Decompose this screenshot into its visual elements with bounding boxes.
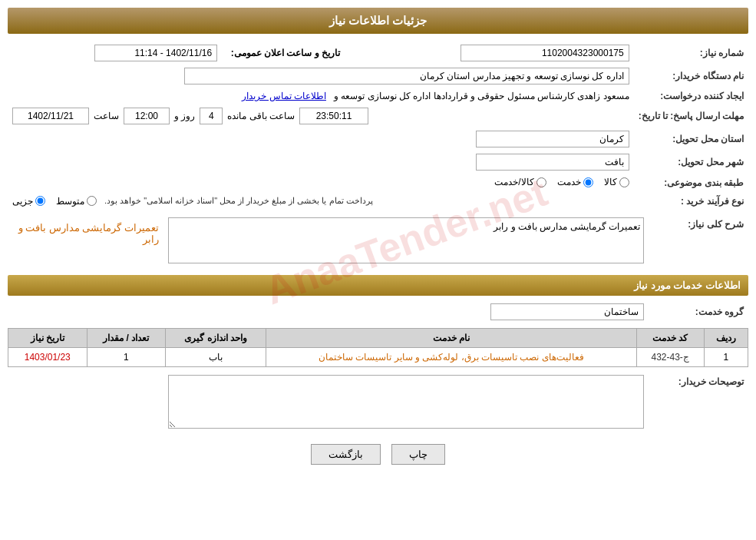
category-khedmat-option[interactable]: خدمت [557, 177, 593, 187]
footer-buttons: چاپ بازگشت [8, 444, 748, 465]
services-table-wrapper: ردیف کد خدمت نام خدمت واحد اندازه گیری ت… [8, 328, 748, 367]
category-kala-option[interactable]: کالا [604, 177, 629, 187]
category-kala-khedmat-radio[interactable] [536, 177, 546, 187]
contact-link[interactable]: اطلاعات تماس خریدار [242, 91, 326, 101]
city-row: شهر محل تحویل: بافت [8, 151, 748, 174]
description-textarea[interactable] [168, 217, 644, 263]
purchase-jozii-radio[interactable] [35, 196, 45, 206]
description-label: شرح کلی نیاز: [649, 214, 748, 269]
info-table: شماره نیاز: 1102004323000175 تاریخ و ساع… [8, 41, 748, 210]
province-field: کرمان [476, 131, 629, 147]
need-number-value: 1102004323000175 [345, 41, 634, 65]
service-group-field: ساختمان [490, 303, 644, 320]
purchase-type-value-cell: پرداخت تمام یا بخشی از مبلغ خریدار از مح… [8, 193, 634, 210]
services-section-title: اطلاعات خدمات مورد نیاز [8, 275, 748, 296]
purchase-motavaset-option[interactable]: متوسط [56, 196, 97, 207]
col-unit: واحد اندازه گیری [165, 328, 266, 347]
deadline-days-label: روز و [174, 111, 195, 121]
need-number-row: شماره نیاز: 1102004323000175 تاریخ و ساع… [8, 41, 748, 65]
cell-need-date: 1403/01/23 [8, 347, 87, 366]
description-row: شرح کلی نیاز: AnaaTender.net تعمیرات گرم… [8, 214, 748, 269]
services-table: ردیف کد خدمت نام خدمت واحد اندازه گیری ت… [8, 328, 748, 367]
city-value-cell: بافت [8, 151, 634, 174]
col-need-date: تاریخ نیاز [8, 328, 87, 347]
cell-service-code: ج-43-432 [636, 347, 704, 366]
cell-service-name: فعالیت‌های نصب تاسیسات برق، لوله‌کشی و س… [266, 347, 636, 366]
buyer-value-cell: اداره کل نوسازی توسعه و تجهیز مدارس استا… [8, 65, 634, 88]
category-kala-radio[interactable] [619, 177, 629, 187]
creator-value-cell: مسعود زاهدی کارشناس مسئول حقوقی و قراردا… [8, 88, 634, 104]
col-service-code: کد خدمت [636, 328, 704, 347]
col-row-num: ردیف [704, 328, 748, 347]
deadline-row: مهلت ارسال پاسخ: تا تاریخ: 23:50:11 ساعت… [8, 104, 748, 128]
cell-unit: باب [165, 347, 266, 366]
announce-date-field: 1402/11/16 - 11:14 [94, 45, 217, 61]
services-table-body: 1 ج-43-432 فعالیت‌های نصب تاسیسات برق، ل… [8, 347, 748, 366]
category-khedmat-radio[interactable] [583, 177, 593, 187]
purchase-jozii-label: جزیی [12, 196, 33, 207]
cell-quantity: 1 [87, 347, 165, 366]
buyer-notes-value-cell [8, 372, 649, 432]
creator-row: ایجاد کننده درخواست: مسعود زاهدی کارشناس… [8, 88, 748, 104]
purchase-note: پرداخت تمام یا بخشی از مبلغ خریدار از مح… [104, 196, 373, 206]
province-row: استان محل تحویل: کرمان [8, 128, 748, 151]
col-quantity: تعداد / مقدار [87, 328, 165, 347]
purchase-motavaset-radio[interactable] [87, 196, 97, 206]
deadline-label: مهلت ارسال پاسخ: تا تاریخ: [634, 104, 748, 128]
category-radio-group: کالا خدمت کالا/خدمت [494, 177, 629, 187]
city-label: شهر محل تحویل: [634, 151, 748, 174]
deadline-remaining-label: ساعت باقی مانده [227, 111, 295, 121]
category-kala-label: کالا [604, 177, 617, 187]
page-wrapper: جزئیات اطلاعات نیاز شماره نیاز: 11020043… [0, 0, 756, 540]
purchase-motavaset-label: متوسط [56, 196, 84, 207]
service-group-row: گروه خدمت: ساختمان [8, 300, 748, 323]
category-row: طبقه بندی موضوعی: کالا خدمت کالا/خدمت [8, 174, 748, 193]
back-button[interactable]: بازگشت [311, 444, 381, 465]
description-text-value: تعمیرات گرمایشی مدارس بافت و رابر [8, 214, 163, 269]
buyer-notes-watermark-area [12, 375, 644, 429]
buyer-notes-label: توصیحات خریدار: [649, 372, 748, 432]
buyer-label: نام دستگاه خریدار: [634, 65, 748, 88]
col-service-name: نام خدمت [266, 328, 636, 347]
deadline-remaining-field: 23:50:11 [299, 108, 368, 124]
purchase-jozii-option[interactable]: جزیی [12, 196, 45, 207]
services-header-row: ردیف کد خدمت نام خدمت واحد اندازه گیری ت… [8, 328, 748, 347]
buyer-row: نام دستگاه خریدار: اداره کل نوسازی توسعه… [8, 65, 748, 88]
creator-text: مسعود زاهدی کارشناس مسئول حقوقی و قراردا… [334, 91, 629, 101]
buyer-notes-textarea[interactable] [168, 375, 644, 429]
buyer-notes-table: توصیحات خریدار: [8, 372, 748, 432]
deadline-date-field: 1402/11/21 [12, 108, 89, 124]
need-number-label: شماره نیاز: [634, 41, 748, 65]
announce-date-label: تاریخ و ساعت اعلان عمومی: [222, 41, 345, 65]
services-table-head: ردیف کد خدمت نام خدمت واحد اندازه گیری ت… [8, 328, 748, 347]
watermark-area: AnaaTender.net [168, 217, 644, 266]
category-khedmat-label: خدمت [557, 177, 581, 187]
service-group-value-cell: ساختمان [8, 300, 649, 323]
table-row: 1 ج-43-432 فعالیت‌های نصب تاسیسات برق، ل… [8, 347, 748, 366]
description-table: شرح کلی نیاز: AnaaTender.net تعمیرات گرم… [8, 214, 748, 269]
service-group-table: گروه خدمت: ساختمان [8, 300, 748, 323]
purchase-type-row: نوع فرآیند خرید : پرداخت تمام یا بخشی از… [8, 193, 748, 210]
description-value-cell: AnaaTender.net [163, 214, 649, 269]
page-header: جزئیات اطلاعات نیاز [8, 8, 748, 34]
category-label: طبقه بندی موضوعی: [634, 174, 748, 193]
page-title: جزئیات اطلاعات نیاز [329, 14, 427, 27]
cell-row-num: 1 [704, 347, 748, 366]
need-number-field: 1102004323000175 [461, 45, 629, 61]
deadline-days-field: 4 [200, 108, 223, 124]
category-value-cell: کالا خدمت کالا/خدمت [8, 174, 634, 193]
deadline-time-field: 12:00 [124, 108, 170, 124]
category-kala-khedmat-option[interactable]: کالا/خدمت [494, 177, 546, 187]
province-label: استان محل تحویل: [634, 128, 748, 151]
print-button[interactable]: چاپ [391, 444, 445, 465]
deadline-value-cell: 23:50:11 ساعت باقی مانده 4 روز و 12:00 س… [8, 104, 634, 128]
service-group-label: گروه خدمت: [649, 300, 748, 323]
city-field: بافت [476, 154, 629, 171]
purchase-type-label: نوع فرآیند خرید : [634, 193, 748, 210]
category-kala-khedmat-label: کالا/خدمت [494, 177, 533, 187]
purchase-radio-group: متوسط جزیی [12, 196, 97, 207]
announce-date-value: 1402/11/16 - 11:14 [8, 41, 222, 65]
buyer-notes-row: توصیحات خریدار: [8, 372, 748, 432]
buyer-field: اداره کل نوسازی توسعه و تجهیز مدارس استا… [184, 68, 629, 84]
deadline-time-label: ساعت [94, 111, 119, 121]
